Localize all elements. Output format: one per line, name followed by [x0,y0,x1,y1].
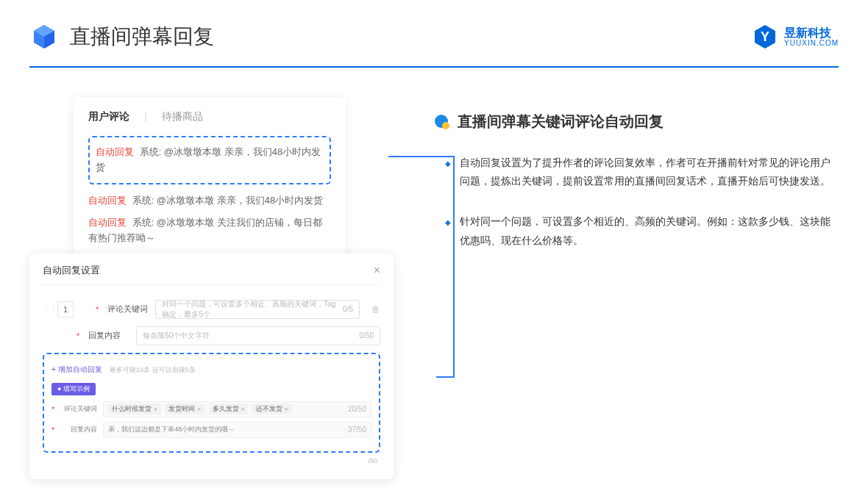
tag-chip[interactable]: 多久发货× [209,403,249,415]
page-title: 直播间弹幕回复 [70,23,214,51]
tab-pending-products[interactable]: 待播商品 [162,110,203,125]
brand-name-en: YUUXIN.COM [784,39,839,47]
header-divider [29,66,839,68]
section-title: 直播间弹幕关键词评论自动回复 [458,112,664,132]
reply-text: 系统: @冰墩墩本墩 亲亲，我们48小时内发货 [132,195,324,206]
example-content-row: * 回复内容 亲，我们这边都是下单48小时内发货的哦～ 37/50 [51,422,371,438]
bullet-item: 针对同一个问题，可设置多个相近的、高频的关键词。例如：这款多少钱、这块能优惠吗、… [449,212,839,249]
content-input[interactable]: 每条限50个中文字符 0/50 [136,326,380,345]
auto-reply-tag: 自动回复 [88,217,127,228]
bullet-circle-icon [434,114,450,130]
required-star-icon: * [51,405,54,414]
add-auto-reply-link[interactable]: + 增加自动回复 [51,365,102,375]
tag-remove-icon[interactable]: × [197,406,201,412]
auto-reply-tag: 自动回复 [88,195,127,206]
cube-icon [29,22,59,51]
left-column: 用户评论 | 待播商品 自动回复 系统: @冰墩墩本墩 亲亲，我们48小时内发货… [29,97,397,479]
tag-remove-icon[interactable]: × [285,406,288,412]
input-count: 0/50 [360,331,374,340]
input-count: 37/50 [348,426,366,434]
settings-modal: 自动回复设置 × ⋮⋮ 1 * 评论关键词 对同一个问题，可设置多个相近、高频的… [29,254,394,479]
content-label: 回复内容 [88,330,129,341]
bullet-item: 自动回复设置为了提升作者的评论回复效率，作者可在开播前针对常见的评论用户问题，提… [449,154,839,190]
brand-name-cn: 昱新科技 [784,26,839,40]
example-block: + 增加自动回复 最多可建10条 还可以创建9条 ● 填写示例 * 评论关键词 … [43,353,380,453]
form-row-content: * 回复内容 每条限50个中文字符 0/50 [43,326,380,345]
example-keyword-row: * 评论关键词 什么时候发货× 发货时间× 多久发货× 还不发货× 20/50 [51,401,371,417]
ex-keyword-input[interactable]: 什么时候发货× 发货时间× 多久发货× 还不发货× 20/50 [103,401,371,417]
ex-content-input[interactable]: 亲，我们这边都是下单48小时内发货的哦～ 37/50 [103,422,371,438]
bullet-list: 自动回复设置为了提升作者的评论回复效率，作者可在开播前针对常见的评论用户问题，提… [434,154,839,250]
input-count: 0/5 [343,305,353,313]
right-column: 直播间弹幕关键词评论自动回复 自动回复设置为了提升作者的评论回复效率，作者可在开… [434,97,839,479]
tag-chip[interactable]: 什么时候发货× [108,403,161,415]
tag-chip[interactable]: 发货时间× [165,403,204,415]
comments-panel: 用户评论 | 待播商品 自动回复 系统: @冰墩墩本墩 亲亲，我们48小时内发货… [74,97,346,276]
keyword-input[interactable]: 对同一个问题，可设置多个相近、高频的关键词，Tag确定，最多5个 0/5 [155,300,360,319]
input-placeholder: 每条限50个中文字符 [143,331,210,341]
input-placeholder: 对同一个问题，可设置多个相近、高频的关键词，Tag确定，最多5个 [162,299,343,320]
ex-content-value: 亲，我们这边都是下单48小时内发货的哦～ [108,425,235,434]
add-hint: 最多可建10条 还可以创建9条 [110,366,196,373]
brand-logo: Y 昱新科技 YUUXIN.COM [752,24,839,50]
tag-remove-icon[interactable]: × [241,406,245,412]
trash-icon[interactable]: 🗑 [371,304,380,315]
tab-separator: | [144,110,147,125]
ex-content-label: 回复内容 [62,425,97,434]
required-star-icon: * [77,331,79,340]
ex-keyword-label: 评论关键词 [62,404,97,414]
highlighted-reply: 自动回复 系统: @冰墩墩本墩 亲亲，我们48小时内发货 [88,136,331,184]
close-icon[interactable]: × [374,264,380,277]
auto-reply-tag: 自动回复 [96,146,134,157]
required-star-icon: * [96,305,99,314]
svg-point-2 [442,122,449,129]
brand-icon: Y [752,24,778,50]
row-number: 1 [57,301,74,317]
drag-handle-icon[interactable]: ⋮⋮ [43,305,50,313]
required-star-icon: * [51,426,54,434]
input-count: 20/50 [348,405,366,413]
svg-text:Y: Y [761,29,769,44]
settings-title: 自动回复设置 [43,264,100,277]
page-header: 直播间弹幕回复 Y 昱新科技 YUUXIN.COM [29,22,839,66]
form-row-keyword: ⋮⋮ 1 * 评论关键词 对同一个问题，可设置多个相近、高频的关键词，Tag确定… [43,300,380,319]
bottom-count: /50 [43,457,380,464]
tag-chip[interactable]: 还不发货× [252,403,292,415]
keyword-label: 评论关键词 [107,304,148,315]
tag-remove-icon[interactable]: × [154,406,157,412]
reply-row: 自动回复 系统: @冰墩墩本墩 亲亲，我们48小时内发货 [88,193,331,209]
example-badge: ● 填写示例 [51,383,96,395]
tab-user-comments[interactable]: 用户评论 [88,110,129,125]
reply-row: 自动回复 系统: @冰墩墩本墩 关注我们的店铺，每日都有热门推荐呦～ [88,215,331,246]
